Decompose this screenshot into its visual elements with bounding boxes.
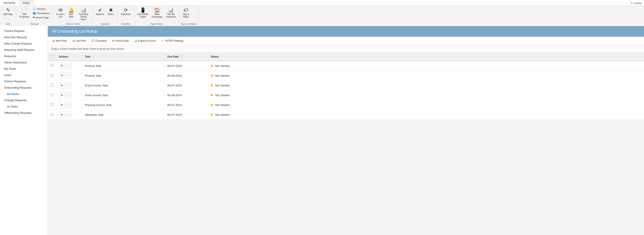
col-header-actions: Actions bbox=[56, 53, 82, 61]
versions-button[interactable]: 📋 Versions bbox=[31, 7, 51, 11]
workflows-button[interactable]: ⟳ Workflows bbox=[119, 7, 132, 17]
select-all-checkbox[interactable] bbox=[50, 55, 53, 58]
sidebar-item-requests[interactable]: Requests bbox=[0, 53, 48, 59]
row-checkbox-2[interactable] bbox=[50, 84, 53, 86]
row-checkbox-1[interactable] bbox=[50, 74, 53, 77]
table-row: ✎ 📄 Finance Task 06-07-2024 Not Started bbox=[48, 61, 644, 71]
email-link-button[interactable]: ✉ E-mail aLink bbox=[55, 7, 66, 19]
row-actions-cell: ✎ 📄 bbox=[56, 100, 82, 110]
data-table: Actions Task ⋮ Due Date ⋮ bbox=[48, 53, 644, 120]
row-edit-button-1[interactable]: ✎ bbox=[59, 72, 65, 79]
ribbon-group-edit: ✎ Edit Page Edit bbox=[0, 7, 16, 26]
ribbon-group-tags-notes: 🏷 Tags &Notes Tags and Notes bbox=[179, 7, 198, 26]
row-edit-button-3[interactable]: ✎ bbox=[59, 92, 65, 98]
content-toolbar: 🖨 Item Print 🖨 List Print 💬 Comment ✉ Se… bbox=[48, 37, 644, 45]
sidebar-item-all-tasks-2[interactable]: All Tasks bbox=[0, 103, 48, 110]
row-edit-button-2[interactable]: ✎ bbox=[59, 82, 65, 88]
popularity-trends-button[interactable]: 📊 PopularityTrends-Alert+ bbox=[76, 7, 91, 22]
comment-button[interactable]: 💬 Comment bbox=[90, 38, 108, 43]
sidebar-item-onboarding-requests[interactable]: Onboarding Requests bbox=[0, 84, 48, 91]
send-email-button[interactable]: ✉ Send Email bbox=[110, 38, 130, 43]
row-due-date-cell: 06-07-2024 bbox=[165, 81, 208, 90]
tab-browse[interactable]: BROWSE bbox=[0, 0, 19, 6]
approve-button[interactable]: ✔ Approve bbox=[94, 7, 106, 17]
row-copy-button-3[interactable]: 📄 bbox=[66, 92, 72, 98]
sidebar-item-prehire-request[interactable]: Prehire Request bbox=[0, 28, 48, 34]
row-checkbox-3[interactable] bbox=[50, 93, 53, 96]
row-copy-button-4[interactable]: 📄 bbox=[66, 102, 72, 108]
row-copy-button-5[interactable]: 📄 bbox=[66, 112, 72, 118]
sidebar-item-offboarding-requests[interactable]: Offboarding Requests bbox=[0, 110, 48, 116]
list-print-button[interactable]: 🖨 List Print bbox=[70, 38, 88, 43]
ribbon-content: ✎ Edit Page Edit 📄 EditProperties 📋 Vers… bbox=[0, 6, 644, 26]
row-checkbox-0[interactable] bbox=[50, 64, 53, 67]
nitro-settings-button[interactable]: ⚡ NITRO Settings bbox=[159, 38, 185, 43]
row-copy-button-2[interactable]: 📄 bbox=[66, 82, 72, 88]
edit-page-icon: ✎ bbox=[6, 8, 10, 12]
tab-page[interactable]: PAGE bbox=[19, 0, 33, 6]
row-status-cell: Not Started bbox=[208, 100, 644, 110]
sidebar-item-admin-dashboard[interactable]: Admin Dashboard bbox=[0, 59, 48, 66]
sidebar-item-change-requests[interactable]: Change Requests bbox=[0, 97, 48, 103]
tags-notes-button[interactable]: 🏷 Tags &Notes bbox=[181, 7, 191, 19]
ribbon-group-workflow: ⟳ Workflows Workflow bbox=[118, 7, 134, 26]
workflows-icon: ⟳ bbox=[124, 8, 128, 12]
ribbon: BROWSE PAGE ⟳ SHARE ✎ Edit Page Edit 📄 bbox=[0, 0, 644, 26]
sidebar-item-all-tasks[interactable]: All Tasks bbox=[0, 91, 48, 97]
alert-me-icon: 🔔 bbox=[68, 8, 74, 12]
delete-page-button[interactable]: ✖ Delete Page bbox=[31, 15, 51, 19]
row-actions-cell: ✎ 📄 bbox=[56, 110, 82, 120]
status-dot-3 bbox=[211, 94, 213, 96]
status-dot-0 bbox=[211, 65, 213, 67]
nitro-settings-icon: ⚡ bbox=[161, 39, 164, 42]
item-print-icon: 🖨 bbox=[52, 39, 55, 42]
row-check-cell bbox=[48, 71, 56, 81]
row-edit-button-4[interactable]: ✎ bbox=[59, 102, 65, 108]
row-due-date-cell: 06-08-2024 bbox=[165, 90, 208, 100]
group-hint: Drag a column header and drop it here to… bbox=[48, 45, 644, 53]
sidebar-item-users[interactable]: Users bbox=[0, 72, 48, 78]
sidebar-item-departing-staff-request[interactable]: Departing Staff Request bbox=[0, 47, 48, 53]
ribbon-group-workflow-label: Workflow bbox=[119, 22, 132, 25]
permissions-button[interactable]: 👥 Permissions bbox=[31, 11, 51, 15]
row-check-cell bbox=[48, 100, 56, 110]
toolbar-separator-2 bbox=[88, 39, 89, 43]
row-edit-button-5[interactable]: ✎ bbox=[59, 112, 65, 118]
row-due-date-cell: 06-07-2024 bbox=[165, 61, 208, 71]
app-body: Prehire Request New Hire Request New Cha… bbox=[0, 26, 644, 235]
delete-page-icon: ✖ bbox=[33, 16, 35, 19]
share-button[interactable]: ⟳ SHARE bbox=[631, 2, 642, 4]
row-copy-button-1[interactable]: 📄 bbox=[66, 72, 72, 79]
row-checkbox-4[interactable] bbox=[50, 103, 53, 106]
row-actions-cell: ✎ 📄 bbox=[56, 81, 82, 90]
approve-icon: ✔ bbox=[98, 8, 102, 12]
item-print-button[interactable]: 🖨 Item Print bbox=[50, 38, 68, 43]
edit-properties-button[interactable]: 📄 EditProperties bbox=[18, 7, 31, 19]
reject-button[interactable]: ✖ Reject bbox=[106, 7, 116, 17]
row-copy-button-0[interactable]: 📄 bbox=[66, 63, 72, 69]
ribbon-group-manage: 📄 EditProperties 📋 Versions 👥 Permission… bbox=[16, 7, 53, 26]
edit-page-button[interactable]: ✎ Edit Page bbox=[2, 7, 14, 17]
task-col-menu-icon[interactable]: ⋮ bbox=[91, 55, 95, 58]
ribbon-group-approval: ✔ Approve ✖ Reject Approval bbox=[93, 7, 118, 26]
due-date-col-menu-icon[interactable]: ⋮ bbox=[180, 55, 184, 58]
row-check-cell bbox=[48, 90, 56, 100]
row-edit-button-0[interactable]: ✎ bbox=[59, 63, 65, 69]
edit-mobile-page-button[interactable]: 📱 Edit MobilePage▾ bbox=[136, 7, 150, 19]
title-bar-properties-button[interactable]: 📊 Title BarProperties bbox=[164, 7, 177, 19]
sidebar-item-my-tasks[interactable]: My Tasks bbox=[0, 66, 48, 72]
status-text-3: Not Started bbox=[215, 94, 230, 97]
export-excel-button[interactable]: 📊 Export to Excel bbox=[132, 38, 157, 43]
row-checkbox-5[interactable] bbox=[50, 113, 53, 116]
ribbon-group-tags-notes-label: Tags and Notes bbox=[181, 22, 196, 25]
table-row: ✎ 📄 Physical Access Task 06-07-2024 Not … bbox=[48, 100, 644, 110]
toolbar-separator-1 bbox=[69, 39, 70, 43]
sidebar-item-new-change-request[interactable]: New Change Request bbox=[0, 40, 48, 47]
sidebar-item-prehire-requests[interactable]: Prehire Requests bbox=[0, 78, 48, 84]
status-text-1: Not Started bbox=[215, 74, 230, 77]
status-text-2: Not Started bbox=[215, 84, 230, 87]
make-homepage-button[interactable]: 🏠 MakeHomepage bbox=[150, 7, 164, 19]
sidebar-item-new-hire-request[interactable]: New Hire Request bbox=[0, 34, 48, 40]
row-due-date-cell: 06-08-2024 bbox=[165, 71, 208, 81]
alert-me-button[interactable]: 🔔 AlertMe▾ bbox=[66, 7, 76, 19]
